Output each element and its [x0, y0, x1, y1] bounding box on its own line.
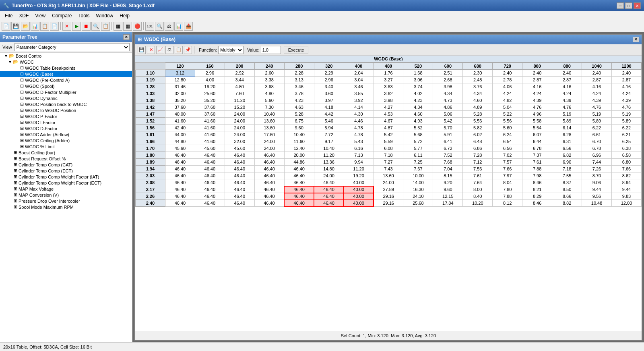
- cell-r1-c2[interactable]: 3.44: [225, 77, 254, 83]
- cell-r4-c9[interactable]: 4.73: [433, 97, 463, 104]
- cell-r1-c0[interactable]: 12.80: [165, 77, 195, 83]
- cell-r12-c13[interactable]: 6.82: [552, 152, 582, 159]
- cell-r19-c4[interactable]: 46.40: [284, 200, 314, 207]
- cell-r4-c14[interactable]: 4.39: [582, 97, 612, 104]
- cell-r18-c6[interactable]: 40.00: [344, 193, 374, 200]
- cell-r10-c13[interactable]: 6.31: [552, 138, 582, 145]
- cell-r14-c2[interactable]: 46.40: [225, 166, 254, 172]
- cell-r9-c0[interactable]: 44.00: [165, 131, 195, 138]
- cell-r18-c12[interactable]: 8.29: [522, 193, 552, 200]
- cell-r19-c1[interactable]: 46.40: [195, 200, 225, 207]
- cell-r3-c3[interactable]: 4.80: [254, 90, 284, 97]
- toolbar-open[interactable]: 📂: [21, 22, 30, 31]
- cell-r12-c4[interactable]: 20.00: [284, 152, 314, 159]
- cell-r8-c6[interactable]: 4.78: [344, 125, 374, 131]
- cell-r13-c3[interactable]: 46.40: [254, 159, 284, 166]
- cell-r15-c10[interactable]: 7.61: [463, 172, 493, 179]
- cell-r6-c10[interactable]: 5.28: [463, 111, 493, 118]
- cell-r4-c6[interactable]: 3.92: [344, 97, 374, 104]
- function-select[interactable]: Multiply Add Subtract Divide Set To: [218, 46, 244, 54]
- cell-r15-c0[interactable]: 46.40: [165, 172, 195, 179]
- cell-r18-c7[interactable]: 29.16: [374, 193, 403, 200]
- cell-r6-c14[interactable]: 5.19: [582, 111, 612, 118]
- cell-r13-c11[interactable]: 7.57: [493, 159, 522, 166]
- menu-compare[interactable]: Compare: [49, 12, 75, 19]
- cell-r8-c4[interactable]: 9.60: [284, 125, 314, 131]
- cell-r3-c1[interactable]: 25.60: [195, 90, 225, 97]
- cell-r0-c12[interactable]: 2.40: [522, 70, 552, 77]
- cell-r10-c5[interactable]: 9.17: [314, 138, 344, 145]
- cell-r0-c15[interactable]: 2.40: [612, 70, 642, 77]
- cell-r3-c4[interactable]: 3.78: [284, 90, 314, 97]
- cell-r10-c8[interactable]: 5.72: [403, 138, 433, 145]
- cell-r4-c15[interactable]: 4.39: [612, 97, 642, 104]
- tree-item-wgdc-adder-airflow[interactable]: ⊞ WGDC Adder (Airflow): [0, 131, 132, 137]
- cell-r10-c0[interactable]: 44.80: [165, 138, 195, 145]
- cell-r10-c12[interactable]: 6.44: [522, 138, 552, 145]
- menu-xdf[interactable]: XDF: [16, 12, 32, 19]
- cell-r7-c15[interactable]: 5.89: [612, 118, 642, 125]
- cell-r13-c8[interactable]: 7.25: [403, 159, 433, 166]
- menu-tools[interactable]: Tools: [75, 12, 93, 19]
- cell-r8-c13[interactable]: 6.14: [552, 125, 582, 131]
- cell-r6-c0[interactable]: 40.00: [165, 111, 195, 118]
- tree-item-spool-rpm[interactable]: ⊞ Spool Mode Maximum RPM: [0, 204, 132, 210]
- toolbar-search[interactable]: 🔍: [155, 22, 164, 31]
- wgdc-compare-btn[interactable]: ⚖: [165, 46, 173, 54]
- cell-r15-c3[interactable]: 46.40: [254, 172, 284, 179]
- toolbar-bin1[interactable]: 📊: [31, 22, 39, 31]
- cell-r7-c4[interactable]: 6.75: [284, 118, 314, 125]
- cell-r0-c1[interactable]: 2.96: [195, 70, 225, 77]
- cell-r5-c1[interactable]: 37.60: [195, 104, 225, 111]
- cell-r2-c0[interactable]: 31.46: [165, 83, 195, 90]
- cell-r4-c0[interactable]: 35.20: [165, 97, 195, 104]
- cell-r10-c4[interactable]: 11.60: [284, 138, 314, 145]
- cell-r15-c5[interactable]: 24.00: [314, 172, 344, 179]
- cell-r12-c8[interactable]: 6.11: [403, 152, 433, 159]
- toolbar-bin2[interactable]: 📋: [40, 22, 49, 31]
- tree-item-map-conversion[interactable]: ⊞ MAP Conversion (V): [0, 192, 132, 198]
- cell-r4-c10[interactable]: 4.60: [463, 97, 493, 104]
- tree-item-wgdc-folder[interactable]: ▼ 📂 WGDC: [0, 59, 132, 65]
- cell-r15-c14[interactable]: 8.70: [582, 172, 612, 179]
- cell-r14-c9[interactable]: 7.04: [433, 166, 463, 172]
- cell-r15-c4[interactable]: 46.40: [284, 172, 314, 179]
- cell-r0-c11[interactable]: 2.40: [493, 70, 522, 77]
- cell-r18-c1[interactable]: 46.40: [195, 193, 225, 200]
- tree-item-wgdc-spool[interactable]: ⊞ WGDC (Spool): [0, 83, 132, 89]
- toolbar-calc[interactable]: ⚖: [165, 22, 173, 31]
- cell-r6-c1[interactable]: 37.60: [195, 111, 225, 118]
- tree-item-wgdc-pre-control[interactable]: ⊞ WGDC (Pre-Control A): [0, 77, 132, 83]
- cell-r6-c3[interactable]: 10.40: [254, 111, 284, 118]
- cell-r10-c2[interactable]: 32.00: [225, 138, 254, 145]
- cell-r16-c10[interactable]: 7.64: [463, 179, 493, 186]
- cell-r16-c9[interactable]: 9.20: [433, 179, 463, 186]
- tree-item-boost-request[interactable]: ⊞ Boost Request Offset %: [0, 156, 132, 162]
- cell-r1-c13[interactable]: 2.87: [552, 77, 582, 83]
- cell-r15-c11[interactable]: 7.97: [493, 172, 522, 179]
- cell-r17-c9[interactable]: 9.60: [433, 186, 463, 193]
- cell-r18-c4[interactable]: 46.40: [284, 193, 314, 200]
- cell-r11-c9[interactable]: 6.72: [433, 145, 463, 152]
- cell-r17-c6[interactable]: 40.00: [344, 186, 374, 193]
- cell-r18-c0[interactable]: 46.40: [165, 193, 195, 200]
- cell-r6-c8[interactable]: 4.60: [403, 111, 433, 118]
- cell-r2-c4[interactable]: 3.46: [284, 83, 314, 90]
- tree-item-wgdc-dfactor-mult[interactable]: ⊞ WGDC D-Factor Multiplier: [0, 89, 132, 95]
- cell-r2-c10[interactable]: 3.76: [463, 83, 493, 90]
- toolbar-color[interactable]: 🔴: [133, 22, 142, 31]
- tree-item-wgdc-ifactor[interactable]: ⊞ WGDC I-Factor: [0, 119, 132, 125]
- cell-r5-c11[interactable]: 5.04: [493, 104, 522, 111]
- cell-r13-c14[interactable]: 7.44: [582, 159, 612, 166]
- cell-r7-c12[interactable]: 5.58: [522, 118, 552, 125]
- cell-r6-c2[interactable]: 24.00: [225, 111, 254, 118]
- cell-r9-c6[interactable]: 4.78: [344, 131, 374, 138]
- cell-r8-c8[interactable]: 5.52: [403, 125, 433, 131]
- cell-r1-c11[interactable]: 2.78: [493, 77, 522, 83]
- cell-r16-c6[interactable]: 40.00: [344, 179, 374, 186]
- cell-r12-c12[interactable]: 7.37: [522, 152, 552, 159]
- cell-r8-c11[interactable]: 5.60: [493, 125, 522, 131]
- cell-r12-c9[interactable]: 7.52: [433, 152, 463, 159]
- cell-r18-c9[interactable]: 12.15: [433, 193, 463, 200]
- parameter-tree-close[interactable]: ✕: [123, 34, 130, 40]
